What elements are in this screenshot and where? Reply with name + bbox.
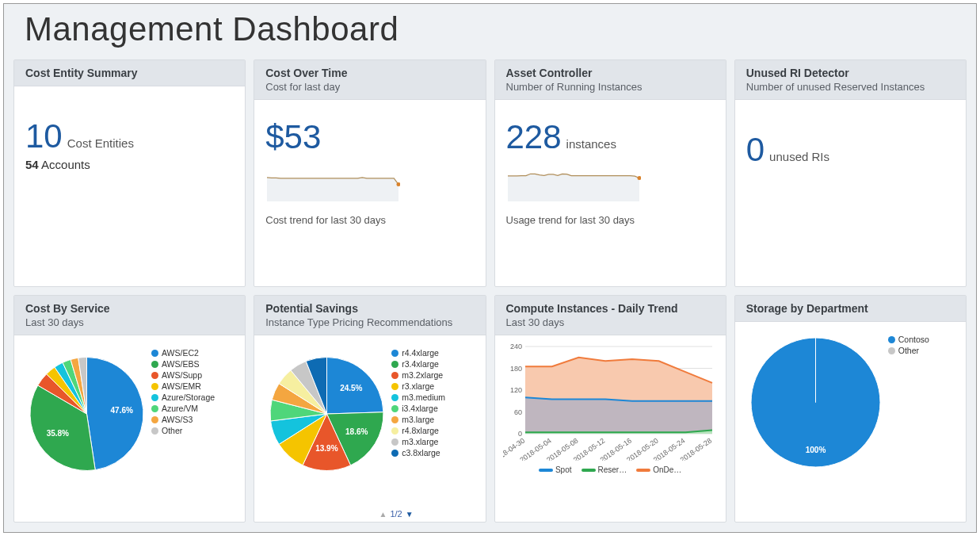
line-legend: Spot Reser… OnDe…: [503, 465, 718, 474]
tile-cost-by-service[interactable]: Cost By Service Last 30 days 47.6%35.8% …: [13, 295, 246, 523]
legend-swatch-icon: [391, 350, 398, 357]
legend-swatch-icon: [391, 427, 398, 435]
legend-swatch-icon: [391, 405, 398, 412]
pie-cost-by-service: 47.6%35.8%: [25, 346, 148, 481]
tile-unused-ri[interactable]: Unused RI Detector Number of unused Rese…: [734, 59, 967, 287]
legend-swatch-icon: [151, 350, 158, 357]
tile-body: 0601201802402018-04-302018-05-042018-05-…: [495, 335, 726, 522]
legend-label: m3.medium: [402, 392, 445, 402]
svg-text:120: 120: [509, 386, 521, 394]
tile-title: Cost Over Time: [265, 67, 474, 79]
tile-compute-daily[interactable]: Compute Instances - Daily Trend Last 30 …: [494, 295, 726, 523]
pager-next-icon[interactable]: ▼: [406, 510, 414, 519]
svg-text:240: 240: [509, 343, 521, 350]
kpi-cost-value: $53: [265, 121, 474, 154]
legend-swatch-icon: [391, 394, 398, 401]
page-title: Management Dashboard: [13, 4, 967, 59]
tile-cost-entity-summary[interactable]: Cost Entity Summary 10 Cost Entities 54 …: [13, 59, 246, 287]
svg-text:180: 180: [509, 365, 521, 373]
tile-body: 47.6%35.8% AWS/EC2AWS/EBSAWS/SuppAWS/EMR…: [14, 335, 245, 522]
tile-potential-savings[interactable]: Potential Savings Instance Type Pricing …: [254, 295, 486, 523]
tile-header: Cost Over Time Cost for last day: [254, 60, 485, 100]
legend-reserved: Reser…: [598, 465, 627, 474]
trend-caption: Cost trend for last 30 days: [265, 214, 474, 226]
legend-item[interactable]: AWS/EMR: [151, 381, 215, 391]
pager-prev-icon[interactable]: ▲: [379, 510, 387, 519]
legend-label: m3.xlarge: [402, 437, 438, 446]
tile-title: Potential Savings: [265, 302, 474, 315]
legend-item[interactable]: r4.4xlarge: [391, 348, 445, 358]
legend-swatch-icon: [888, 347, 895, 354]
legend-pager[interactable]: ▲ 1/2 ▼: [379, 509, 414, 519]
tile-subtitle: Last 30 days: [506, 316, 715, 328]
tile-body: $53 Cost trend for last 30 days: [254, 100, 485, 286]
legend-item[interactable]: m3.large: [391, 415, 445, 424]
kpi-unused-value: 0: [746, 133, 765, 167]
legend-swatch-icon: [151, 427, 158, 435]
legend-item[interactable]: Other: [888, 346, 929, 355]
tile-subtitle: Number of unused Reserved Instances: [746, 81, 955, 93]
legend-item[interactable]: r3.xlarge: [391, 381, 445, 391]
legend-item[interactable]: i3.4xlarge: [391, 404, 445, 413]
legend-label: m3.large: [402, 415, 434, 424]
legend-swatch-icon: [151, 361, 158, 368]
legend-item[interactable]: AWS/Supp: [151, 370, 215, 380]
legend-label: Other: [162, 426, 182, 435]
legend-label: AWS/EMR: [162, 381, 201, 391]
legend-ondemand: OnDe…: [653, 465, 681, 474]
legend-item[interactable]: AWS/EBS: [151, 359, 215, 369]
legend-label: AWS/S3: [162, 415, 193, 424]
legend-label: c3.8xlarge: [402, 448, 440, 458]
tile-body: 0 unused RIs: [735, 100, 966, 286]
legend-item[interactable]: AWS/EC2: [151, 348, 215, 358]
sparkline-cost: [265, 170, 400, 203]
kpi-unused-unit: unused RIs: [769, 150, 829, 163]
pie-storage: 100%: [746, 333, 885, 472]
legend-item[interactable]: m3.2xlarge: [391, 370, 445, 380]
svg-text:47.6%: 47.6%: [111, 406, 133, 415]
legend-swatch-icon: [151, 383, 158, 390]
legend-item[interactable]: m3.medium: [391, 392, 445, 402]
kpi-instances-value: 228: [506, 121, 562, 154]
legend-label: r4.8xlarge: [402, 426, 439, 435]
svg-text:18.6%: 18.6%: [345, 427, 368, 436]
svg-text:100%: 100%: [805, 446, 826, 454]
legend-item[interactable]: r4.8xlarge: [391, 426, 445, 435]
tile-body: 24.5%18.6%13.9% r4.4xlarger3.4xlargem3.2…: [254, 335, 485, 522]
legend-item[interactable]: AWS/S3: [151, 415, 215, 424]
tile-asset-controller[interactable]: Asset Controller Number of Running Insta…: [494, 59, 726, 287]
tile-title: Cost Entity Summary: [25, 67, 234, 79]
tile-header: Unused RI Detector Number of unused Rese…: [735, 60, 966, 100]
legend-label: Azure/Storage: [162, 392, 215, 402]
kpi-entities-value: 10: [25, 120, 63, 153]
legend-item[interactable]: Contoso: [888, 335, 929, 344]
legend-swatch-icon: [151, 372, 158, 379]
legend-item[interactable]: m3.xlarge: [391, 437, 445, 446]
legend-item[interactable]: Azure/VM: [151, 404, 215, 413]
tile-storage-by-department[interactable]: Storage by Department 100% ContosoOther: [734, 295, 967, 523]
legend-item[interactable]: c3.8xlarge: [391, 448, 445, 458]
legend-swatch-icon: [391, 450, 398, 457]
svg-text:60: 60: [513, 408, 521, 416]
legend-item[interactable]: Other: [151, 426, 215, 435]
legend-label: m3.2xlarge: [402, 370, 443, 380]
legend-swatch-icon: [151, 416, 158, 423]
tile-cost-over-time[interactable]: Cost Over Time Cost for last day $53 Cos…: [254, 59, 486, 287]
legend: ContosoOther: [888, 333, 929, 511]
tile-header: Asset Controller Number of Running Insta…: [495, 60, 726, 100]
legend-item[interactable]: r3.4xlarge: [391, 359, 445, 369]
tile-body: 10 Cost Entities 54 Accounts: [14, 86, 245, 286]
tile-title: Cost By Service: [25, 302, 234, 315]
tile-title: Storage by Department: [746, 302, 955, 315]
legend-swatch-icon: [391, 383, 398, 390]
legend: r4.4xlarger3.4xlargem3.2xlarger3.xlargem…: [391, 346, 445, 511]
tile-body: 100% ContosoOther: [735, 322, 966, 522]
legend-item[interactable]: Azure/Storage: [151, 392, 215, 402]
tile-title: Unused RI Detector: [746, 67, 955, 79]
legend-swatch-icon: [151, 394, 158, 401]
legend-label: i3.4xlarge: [402, 404, 438, 413]
kpi-entities-label: Cost Entities: [67, 136, 134, 150]
svg-text:24.5%: 24.5%: [340, 384, 362, 392]
tile-header: Cost Entity Summary: [14, 60, 245, 86]
tile-body: 228 instances Usage trend for last 30 da…: [495, 100, 726, 286]
